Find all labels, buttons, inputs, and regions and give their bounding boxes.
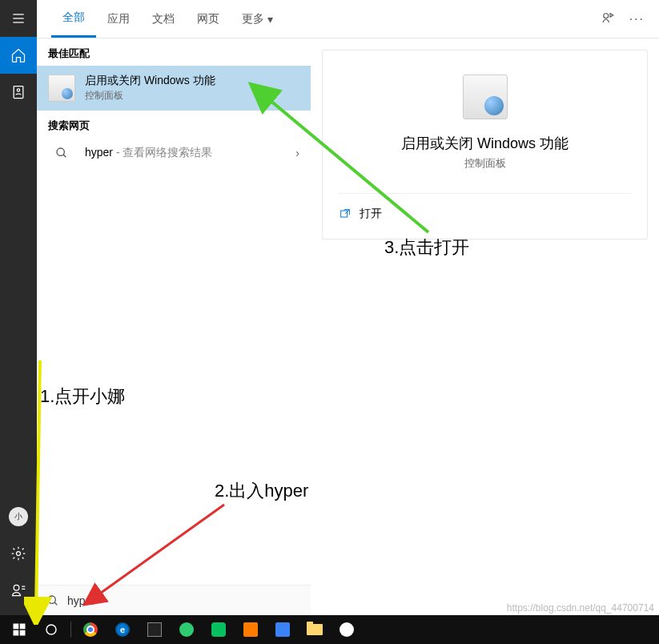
taskbar-app-green[interactable] [171,615,203,644]
more-options-icon[interactable]: ··· [629,12,645,26]
cortana-sidebar: 小 [0,0,37,615]
taskbar-app-orange[interactable] [235,615,267,644]
svg-rect-17 [20,630,26,636]
menu-button[interactable] [0,0,37,37]
chevron-down-icon: ▾ [267,13,273,26]
tab-more[interactable]: 更多▾ [231,0,284,38]
taskbar-chrome[interactable] [74,615,106,644]
taskbar-app-white[interactable] [331,615,363,644]
svg-rect-14 [14,624,19,630]
control-panel-icon [48,74,75,102]
taskbar-separator [70,622,71,638]
home-button[interactable] [0,37,37,74]
result-title: 启用或关闭 Windows 功能 [85,74,299,88]
chevron-right-icon: › [295,147,299,159]
web-search-header: 搜索网页 [37,111,311,138]
settings-button[interactable] [0,535,37,572]
svg-point-8 [57,148,64,155]
tab-docs[interactable]: 文档 [141,0,186,38]
taskbar-explorer[interactable] [299,615,331,644]
svg-rect-3 [14,87,23,99]
avatar-button[interactable]: 小 [0,498,37,535]
best-match-header: 最佳匹配 [37,38,311,66]
taskbar-terminal[interactable] [139,615,171,644]
result-subtitle: 控制面板 [85,89,299,103]
search-bar[interactable] [37,585,311,615]
svg-point-18 [46,625,56,634]
detail-card: 启用或关闭 Windows 功能 控制面板 打开 [322,50,648,239]
svg-point-6 [14,585,19,590]
taskbar-wechat[interactable] [203,615,235,644]
notebook-button[interactable] [0,74,37,111]
web-query: hyper [85,146,113,159]
tab-apps[interactable]: 应用 [96,0,141,38]
cortana-button[interactable] [35,615,67,644]
taskbar: e [0,615,659,644]
detail-title: 启用或关闭 Windows 功能 [339,134,631,153]
start-button[interactable] [3,615,35,644]
web-search-result[interactable]: hyper - 查看网络搜索结果 › [37,138,311,168]
feedback-button[interactable] [0,572,37,609]
tab-bar: 全部 应用 文档 网页 更多▾ ··· [37,0,659,38]
open-label: 打开 [360,207,382,221]
results-column: 最佳匹配 启用或关闭 Windows 功能 控制面板 搜索网页 hyper - … [37,38,311,615]
taskbar-app-blue[interactable] [267,615,299,644]
best-match-result[interactable]: 启用或关闭 Windows 功能 控制面板 [37,66,311,111]
svg-line-13 [54,602,57,605]
feedback-icon[interactable] [601,10,615,28]
svg-rect-16 [14,630,19,636]
detail-subtitle: 控制面板 [339,156,631,171]
detail-column: 启用或关闭 Windows 功能 控制面板 打开 [311,38,659,615]
tab-all[interactable]: 全部 [51,0,96,38]
tab-web[interactable]: 网页 [186,0,231,38]
control-panel-icon [339,74,631,119]
watermark: https://blog.csdn.net/qq_44700714 [507,602,654,614]
svg-rect-15 [20,624,26,630]
search-panel: 全部 应用 文档 网页 更多▾ ··· 最佳匹配 启用或关闭 Windows 功… [37,0,659,615]
search-icon [48,147,75,159]
svg-point-4 [17,89,19,91]
svg-point-7 [603,13,608,18]
search-icon [46,594,59,607]
taskbar-edge[interactable]: e [106,615,139,644]
svg-point-12 [48,596,55,603]
search-input[interactable] [67,594,301,607]
svg-line-9 [63,155,66,157]
web-suffix: - 查看网络搜索结果 [113,146,212,159]
svg-rect-10 [341,211,348,217]
open-action[interactable]: 打开 [339,202,631,226]
svg-point-5 [17,552,21,556]
